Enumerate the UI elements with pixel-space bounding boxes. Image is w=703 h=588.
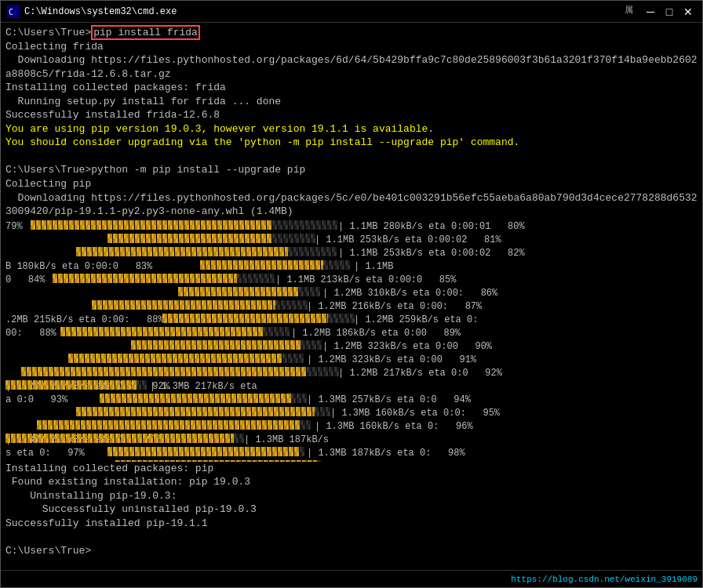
window: C C:\Windows\system32\cmd.exe 属 ─ □ ✕ C:…	[0, 0, 703, 588]
progress-canvas	[5, 219, 699, 462]
line-dl4: 3009420/pip-19.1.1-py2.py3-none-any.whl …	[5, 205, 698, 219]
line-uninstalling: Uninstalling pip-19.0.3:	[5, 489, 698, 503]
line-warn1: You are using pip version 19.0.3, howeve…	[5, 122, 698, 136]
line-prompt3: C:\Users\True>	[5, 544, 698, 558]
line-blank2	[5, 530, 698, 544]
line-dl3: Downloading https://files.pythonhosted.o…	[5, 191, 698, 205]
line-installing2: Installing collected packages: pip	[5, 462, 698, 476]
line-running: Running setup.py install for frida ... d…	[5, 95, 698, 109]
line-prompt2: C:\Users\True>python -m pip install --up…	[5, 163, 698, 177]
line-blank1	[5, 150, 698, 164]
command-highlight: pip install frida	[91, 25, 200, 40]
line-warn2: You should consider upgrading via the 'p…	[5, 136, 698, 150]
cmd-icon: C	[7, 5, 20, 18]
line-uninstalled: Successfully uninstalled pip-19.0.3	[5, 503, 698, 517]
line-collecting: Collecting frida	[5, 40, 698, 54]
line-prompt-1: C:\Users\True>pip install frida	[5, 26, 698, 40]
close-button[interactable]: ✕	[680, 4, 696, 20]
chinese-char: 属	[625, 4, 633, 20]
terminal-body: C:\Users\True>pip install frida Collecti…	[1, 23, 702, 570]
line-success2: Successfully installed pip-19.1.1	[5, 517, 698, 531]
line-dl1: Downloading https://files.pythonhosted.o…	[5, 53, 698, 67]
line-collecting2: Collecting pip	[5, 177, 698, 191]
minimize-button[interactable]: ─	[643, 4, 658, 20]
svg-text:C: C	[9, 8, 13, 16]
status-url: https://blog.csdn.net/weixin_3919089	[511, 575, 698, 584]
line-dl2: a8808c5/frida-12.6.8.tar.gz	[5, 67, 698, 82]
status-bar: https://blog.csdn.net/weixin_3919089	[1, 570, 702, 587]
title-bar-left: C C:\Windows\system32\cmd.exe	[7, 5, 177, 18]
maximize-button[interactable]: □	[661, 4, 677, 20]
line-installing: Installing collected packages: frida	[5, 81, 698, 95]
window-title: C:\Windows\system32\cmd.exe	[24, 6, 177, 17]
line-success1: Successfully installed frida-12.6.8	[5, 108, 698, 122]
title-bar: C C:\Windows\system32\cmd.exe 属 ─ □ ✕	[1, 1, 702, 23]
line-found: Found existing installation: pip 19.0.3	[5, 475, 698, 489]
window-controls: 属 ─ □ ✕	[625, 4, 696, 20]
